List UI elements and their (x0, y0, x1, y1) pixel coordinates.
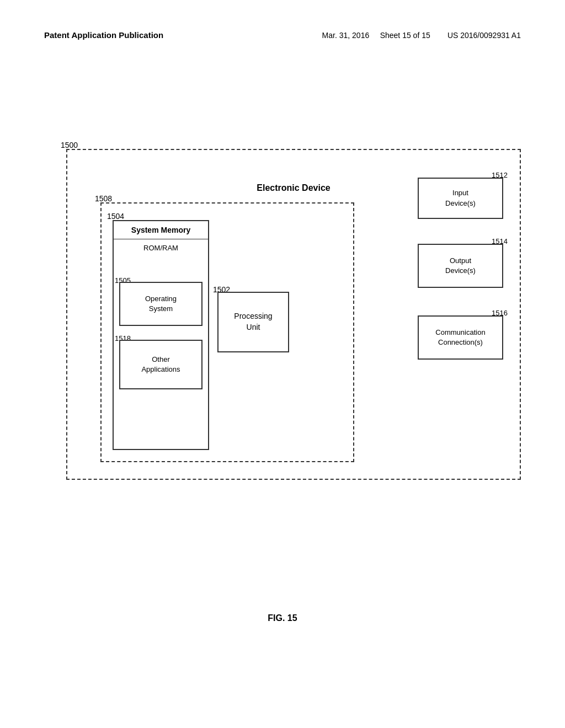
diagram-area: 1500 Electronic Device 1508 1504 System … (44, 127, 521, 513)
other-apps-text: Other Applications (141, 355, 180, 374)
header-date: Mar. 31, 2016 (322, 31, 370, 40)
comm-text: Communication Connection(s) (435, 328, 485, 347)
output-device-text: Output Device(s) (445, 256, 476, 276)
other-apps-box: Other Applications (119, 340, 202, 389)
comm-box: Communication Connection(s) (418, 315, 503, 360)
header: Patent Application Publication Mar. 31, … (44, 30, 521, 40)
input-device-text: Input Device(s) (445, 188, 476, 208)
label-1500: 1500 (61, 141, 78, 149)
outer-box-electronic-device: Electronic Device 1508 1504 System Memor… (66, 149, 521, 480)
patent-publication-title: Patent Application Publication (44, 30, 163, 40)
label-1508: 1508 (95, 194, 112, 203)
figure-label: FIG. 15 (0, 613, 565, 623)
system-memory-box: System Memory ROM/RAM 1505 Operating Sys… (113, 220, 209, 450)
label-1504: 1504 (107, 212, 124, 221)
processing-unit-box: Processing Unit (217, 292, 289, 352)
processing-unit-text: Processing Unit (234, 311, 272, 333)
system-memory-title: System Memory (114, 221, 208, 239)
header-patent: US 2016/0092931 A1 (447, 31, 521, 40)
input-device-box: Input Device(s) (418, 178, 503, 219)
inner-box-1508: 1504 System Memory ROM/RAM 1505 Operatin… (100, 202, 354, 462)
header-sheet: Sheet 15 of 15 (380, 31, 430, 40)
os-box: Operating System (119, 282, 202, 326)
rom-ram-label: ROM/RAM (114, 239, 208, 256)
os-text: Operating System (145, 294, 177, 314)
header-meta: Mar. 31, 2016 Sheet 15 of 15 US 2016/009… (322, 31, 521, 40)
output-device-box: Output Device(s) (418, 244, 503, 288)
page: Patent Application Publication Mar. 31, … (0, 0, 565, 728)
